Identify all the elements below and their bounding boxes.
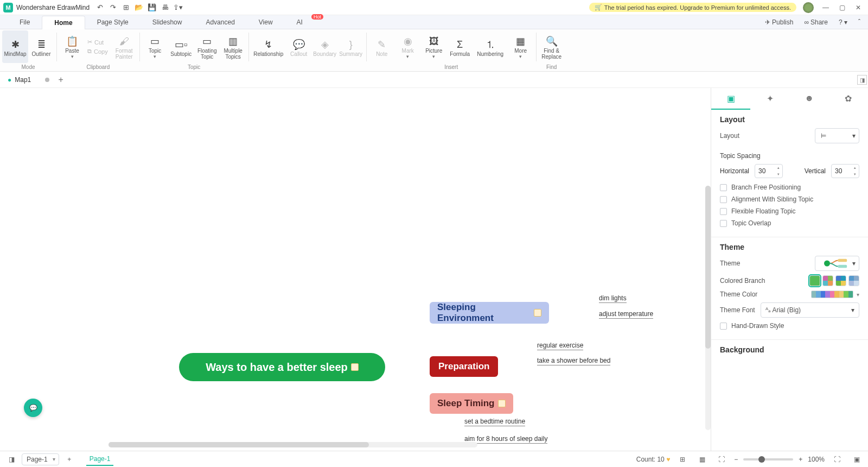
callout-button[interactable]: 💬Callout xyxy=(286,30,312,63)
v-scrollbar-thumb[interactable] xyxy=(705,186,711,349)
branch-color-1[interactable] xyxy=(809,275,820,286)
maximize-button[interactable]: ▢ xyxy=(835,1,848,14)
zoom-slider-knob[interactable] xyxy=(758,456,765,463)
fullscreen-button[interactable]: ⛶ xyxy=(830,452,844,466)
numbering-button[interactable]: ⒈Numbering xyxy=(473,30,508,63)
menu-file[interactable]: File xyxy=(8,15,42,29)
format-painter-button[interactable]: 🖌Format Painter xyxy=(111,30,137,63)
view-mode-1[interactable]: ⊞ xyxy=(675,452,690,466)
menu-view[interactable]: View xyxy=(247,15,285,29)
layout-select[interactable]: ⊨▾ xyxy=(815,128,859,143)
menu-home[interactable]: Home xyxy=(42,16,85,29)
redo-button[interactable]: ↷ xyxy=(107,2,119,14)
branch-color-2[interactable] xyxy=(822,275,833,286)
root-topic[interactable]: Ways to have a better sleep xyxy=(179,353,385,381)
relationship-button[interactable]: ↯Relationship xyxy=(251,30,286,63)
note-icon[interactable] xyxy=(351,363,359,371)
note-icon[interactable] xyxy=(498,400,506,407)
print-button[interactable]: 🖶 xyxy=(159,2,171,14)
topic-preparation[interactable]: Preparation xyxy=(430,356,498,377)
view-mode-3[interactable]: ⛶ xyxy=(714,452,729,466)
canvas[interactable]: Ways to have a better sleep Sleeping Env… xyxy=(0,88,711,451)
open-button[interactable]: 📂 xyxy=(133,2,145,14)
theme-font-select[interactable]: ᴬₐ Arial (Big)▾ xyxy=(761,302,859,318)
subtopic[interactable]: dim lights xyxy=(599,294,627,303)
menu-page-style[interactable]: Page Style xyxy=(85,15,141,29)
summary-button[interactable]: }Summary xyxy=(338,30,364,63)
new-button[interactable]: ⊞ xyxy=(120,2,132,14)
horizontal-spacing-input[interactable]: 30▴▾ xyxy=(755,164,783,178)
panel-toggle-button[interactable]: ◨ xyxy=(857,75,867,85)
floating-topic-button[interactable]: ▭Floating Topic xyxy=(194,30,220,63)
fit-button[interactable]: ▣ xyxy=(850,452,864,466)
find-replace-button[interactable]: 🔍Find & Replace xyxy=(539,30,565,63)
topic-sleeping-environment[interactable]: Sleeping Environment xyxy=(430,302,549,324)
add-tab-button[interactable]: + xyxy=(54,73,68,87)
trial-banner[interactable]: 🛒 The trial period has expired. Upgrade … xyxy=(589,3,796,12)
menu-slideshow[interactable]: Slideshow xyxy=(141,15,194,29)
branch-color-3[interactable] xyxy=(835,275,846,286)
save-button[interactable]: 💾 xyxy=(146,2,158,14)
v-scrollbar[interactable] xyxy=(705,186,711,430)
mode-mindmap-button[interactable]: ✱MindMap xyxy=(2,30,28,63)
user-avatar[interactable] xyxy=(803,2,814,13)
add-page-button[interactable]: + xyxy=(62,452,76,466)
theme-color-strip[interactable] xyxy=(811,291,853,298)
branch-free-checkbox[interactable]: Branch Free Positioning xyxy=(720,184,859,191)
view-mode-2[interactable]: ▦ xyxy=(695,452,709,466)
page-list-button[interactable]: ◨ xyxy=(4,452,18,466)
branch-color-4[interactable] xyxy=(848,275,859,286)
subtopic[interactable]: set a bedtime routine xyxy=(464,418,525,426)
collapse-ribbon-button[interactable]: ˆ xyxy=(855,18,864,26)
vertical-spacing-input[interactable]: 30▴▾ xyxy=(831,164,859,178)
menu-advanced[interactable]: Advanced xyxy=(194,15,246,29)
boundary-button[interactable]: ◈Boundary xyxy=(312,30,338,63)
menu-ai[interactable]: AI Hot xyxy=(285,15,321,29)
hand-drawn-checkbox[interactable]: Hand-Drawn Style xyxy=(720,322,859,330)
topic-overlap-checkbox[interactable]: Topic Overlap xyxy=(720,219,859,227)
subtopic[interactable]: adjust temperature xyxy=(599,310,653,319)
copy-button[interactable]: ⧉Copy xyxy=(87,48,108,55)
share-button[interactable]: ∞Share xyxy=(801,18,831,26)
chat-fab[interactable]: 💬 xyxy=(24,399,42,417)
paste-button[interactable]: 📋Paste▾ xyxy=(59,30,85,63)
main-area: Ways to have a better sleep Sleeping Env… xyxy=(0,88,868,451)
mode-outliner-button[interactable]: ≣Outliner xyxy=(28,30,54,63)
subtopic-button[interactable]: ▭▫Subtopic xyxy=(168,30,194,63)
panel-tab-layout[interactable]: ▣ xyxy=(711,88,750,110)
h-scrollbar[interactable] xyxy=(108,442,477,447)
note-icon[interactable] xyxy=(534,309,541,317)
zoom-out-button[interactable]: − xyxy=(734,456,738,463)
subtopic[interactable]: take a shower before bed xyxy=(537,357,610,365)
formula-button[interactable]: ΣFormula xyxy=(447,30,473,63)
more-button[interactable]: ▦More▾ xyxy=(508,30,534,63)
publish-button[interactable]: ✈Publish xyxy=(762,18,796,26)
theme-select[interactable]: ▾ xyxy=(815,256,859,271)
panel-tab-settings[interactable]: ✿ xyxy=(829,88,868,110)
page-tab[interactable]: Page-1 xyxy=(86,453,114,466)
subtopic[interactable]: aim for 8 hours of sleep daily xyxy=(464,435,547,444)
subtopic[interactable]: regular exercise xyxy=(537,342,583,350)
multiple-topics-button[interactable]: ▥Multiple Topics xyxy=(220,30,246,63)
cut-button[interactable]: ✂Cut xyxy=(87,39,108,46)
h-scrollbar-thumb[interactable] xyxy=(108,442,369,447)
flexible-float-checkbox[interactable]: Flexible Floating Topic xyxy=(720,207,859,215)
close-button[interactable]: ✕ xyxy=(852,1,865,14)
mark-button[interactable]: ◉Mark▾ xyxy=(395,30,421,63)
picture-button[interactable]: 🖼Picture▾ xyxy=(421,30,447,63)
zoom-slider[interactable] xyxy=(743,458,793,460)
undo-button[interactable]: ↶ xyxy=(94,2,106,14)
color-dropdown[interactable]: ▾ xyxy=(857,292,859,298)
minimize-button[interactable]: ― xyxy=(819,1,832,14)
topic-button[interactable]: ▭Topic▾ xyxy=(142,30,168,63)
zoom-in-button[interactable]: + xyxy=(799,456,802,463)
note-button[interactable]: ✎Note xyxy=(369,30,395,63)
page-select[interactable]: Page-1 xyxy=(22,453,59,465)
document-tab[interactable]: ● Map1 xyxy=(3,76,54,84)
help-button[interactable]: ? ▾ xyxy=(835,18,851,26)
panel-tab-style[interactable]: ✦ xyxy=(750,88,789,110)
align-sibling-checkbox[interactable]: Alignment With Sibling Topic xyxy=(720,195,859,203)
panel-tab-icon[interactable]: ☻ xyxy=(790,88,829,110)
topic-sleep-timing[interactable]: Sleep Timing xyxy=(430,393,513,414)
export-button[interactable]: ⇪▾ xyxy=(172,2,184,14)
